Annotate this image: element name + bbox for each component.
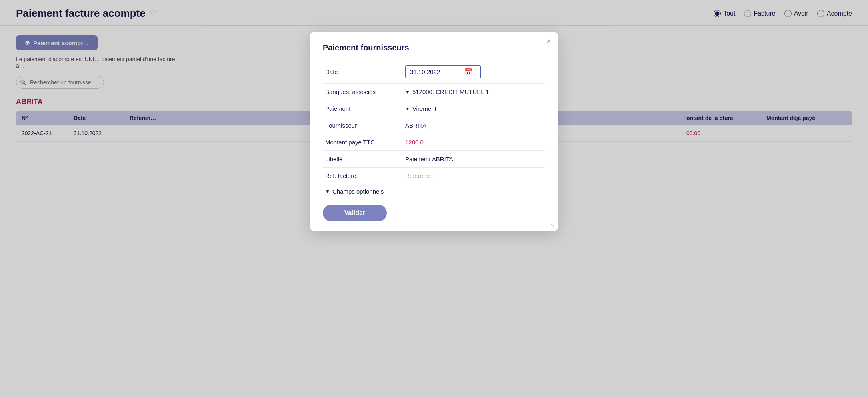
form-row-ref-facture: Réf. facture Référence <box>323 168 545 184</box>
optional-fields-toggle[interactable]: ▼ Champs optionnels <box>323 184 545 197</box>
date-value-cell: 📅 <box>403 60 545 84</box>
ref-facture-value-cell: Référence <box>403 168 545 184</box>
ref-facture-placeholder: Référence <box>405 172 433 179</box>
banques-select[interactable]: ▼ 512000. CREDIT MUTUEL 1 <box>405 88 543 95</box>
montant-label: Montant payé TTC <box>323 134 403 151</box>
montant-value: 1200.0 <box>405 139 424 146</box>
form-row-banques: Banques, associés ▼ 512000. CREDIT MUTUE… <box>323 84 545 100</box>
libelle-label: Libellé <box>323 151 403 168</box>
paiement-value: Virement <box>412 105 436 112</box>
form-row-paiement: Paiement ▼ Virement <box>323 100 545 117</box>
date-label: Date <box>323 60 403 84</box>
fournisseur-label: Fournisseur <box>323 117 403 134</box>
modal-form: Date 📅 Banques, associés <box>323 60 545 184</box>
modal-close-button[interactable]: × <box>546 38 551 45</box>
modal-title: Paiement fournisseurs <box>323 43 545 52</box>
banques-arrow-icon: ▼ <box>405 89 410 95</box>
page-background: Paiement facture acompte ♡ Tout Facture … <box>0 0 868 397</box>
libelle-value: Paiement ABRITA <box>405 156 453 162</box>
form-row-date: Date 📅 <box>323 60 545 84</box>
form-row-fournisseur: Fournisseur ABRITA <box>323 117 545 134</box>
resize-handle-icon[interactable]: ⤡ <box>550 222 555 229</box>
valider-button[interactable]: Valider <box>323 205 387 221</box>
date-input-wrap[interactable]: 📅 <box>405 65 481 78</box>
banques-value-cell: ▼ 512000. CREDIT MUTUEL 1 <box>403 84 545 100</box>
form-row-libelle: Libellé Paiement ABRITA <box>323 151 545 168</box>
paiement-label: Paiement <box>323 100 403 117</box>
paiement-value-cell: ▼ Virement <box>403 100 545 117</box>
libelle-value-cell: Paiement ABRITA <box>403 151 545 168</box>
paiement-arrow-icon: ▼ <box>405 106 410 112</box>
banques-value: 512000. CREDIT MUTUEL 1 <box>412 88 489 95</box>
fournisseur-value-cell: ABRITA <box>403 117 545 134</box>
form-row-montant: Montant payé TTC 1200.0 <box>323 134 545 151</box>
fournisseur-value: ABRITA <box>405 122 426 129</box>
banques-label: Banques, associés <box>323 84 403 100</box>
ref-facture-label: Réf. facture <box>323 168 403 184</box>
modal-overlay: × Paiement fournisseurs Date 📅 <box>0 0 868 397</box>
paiement-select[interactable]: ▼ Virement <box>405 105 543 112</box>
calendar-icon: 📅 <box>464 68 472 76</box>
optional-fields-label: Champs optionnels <box>332 188 384 195</box>
modal-box: × Paiement fournisseurs Date 📅 <box>310 32 558 231</box>
optional-arrow-icon: ▼ <box>325 189 330 194</box>
montant-value-cell: 1200.0 <box>403 134 545 151</box>
date-input[interactable] <box>410 68 462 75</box>
